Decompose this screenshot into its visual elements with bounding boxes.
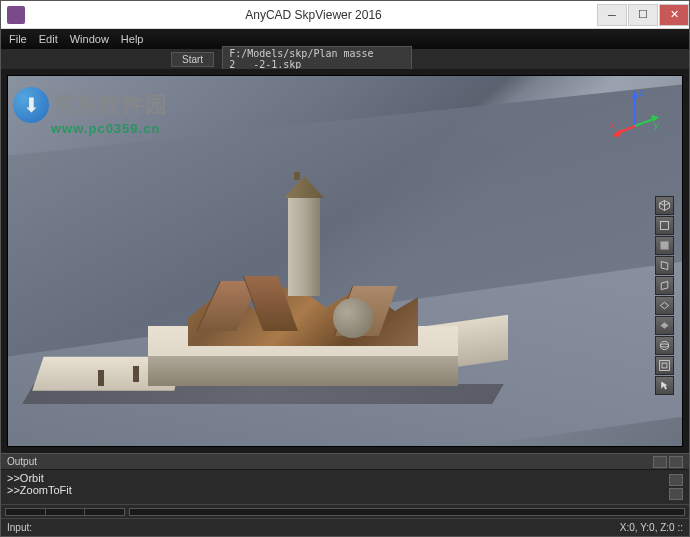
view-toolbar [655,196,674,395]
view-back-icon[interactable] [655,236,674,255]
menu-window[interactable]: Window [70,33,109,45]
close-button[interactable]: ✕ [659,4,689,26]
toolbar: Start F:/Models/skp/Plan masse 2___-2-1.… [1,49,689,69]
window-title: AnyCAD SkpViewer 2016 [31,8,596,22]
view-front-icon[interactable] [655,216,674,235]
progress-row [1,504,689,518]
svg-point-8 [660,341,668,349]
window-controls: ─ ☐ ✕ [596,4,689,26]
axis-gizmo: z y x [610,88,660,138]
app-icon [7,6,25,24]
view-iso-icon[interactable] [655,196,674,215]
fit-icon[interactable] [655,356,674,375]
output-line: >>ZoomToFit [7,484,669,496]
view-bottom-icon[interactable] [655,316,674,335]
model-building [88,226,468,426]
input-label: Input: [7,522,32,533]
output-header: Output [1,454,689,470]
progress-bar-2 [129,508,685,516]
view-top-icon[interactable] [655,296,674,315]
svg-rect-6 [660,221,668,229]
axis-y-label: y [654,120,659,130]
statusbar: Input: X:0, Y:0, Z:0 :: [1,518,689,536]
maximize-button[interactable]: ☐ [628,4,658,26]
output-line: >>Orbit [7,472,669,484]
3d-viewport[interactable]: z y x [7,75,683,447]
svg-marker-5 [612,129,621,137]
menu-help[interactable]: Help [121,33,144,45]
output-panel: Output >>Orbit >>ZoomToFit [1,453,689,504]
main-window: AnyCAD SkpViewer 2016 ─ ☐ ✕ File Edit Wi… [0,0,690,537]
workspace: ⬇ 河东软件园 www.pc0359.cn [1,69,689,453]
axis-z-label: z [639,88,644,98]
menu-file[interactable]: File [9,33,27,45]
output-close-button[interactable] [669,456,683,468]
start-button[interactable]: Start [171,52,214,67]
progress-bar-1 [5,508,125,516]
minimize-button[interactable]: ─ [597,4,627,26]
coords-readout: X:0, Y:0, Z:0 :: [620,522,683,533]
output-pin-button[interactable] [653,456,667,468]
view-left-icon[interactable] [655,256,674,275]
output-side-button[interactable] [669,474,683,486]
axis-x-label: x [610,120,615,130]
svg-rect-7 [660,241,668,249]
svg-rect-11 [662,363,667,368]
view-right-icon[interactable] [655,276,674,295]
pointer-icon[interactable] [655,376,674,395]
menu-edit[interactable]: Edit [39,33,58,45]
output-body: >>Orbit >>ZoomToFit [1,470,689,504]
svg-marker-1 [632,90,638,98]
output-title: Output [7,456,37,467]
output-side-button[interactable] [669,488,683,500]
titlebar: AnyCAD SkpViewer 2016 ─ ☐ ✕ [1,1,689,29]
svg-rect-10 [660,361,670,371]
orbit-icon[interactable] [655,336,674,355]
svg-point-9 [660,344,668,347]
